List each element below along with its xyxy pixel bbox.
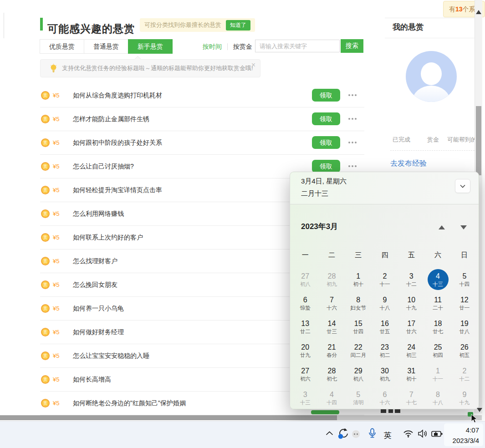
calendar-day[interactable]: 30初九 [372,362,398,386]
claim-button[interactable]: 领取 [312,136,340,149]
bounty-title[interactable]: 怎么让自己讨厌抽烟? [73,163,134,171]
calendar-day[interactable]: 25初四 [424,339,451,362]
calendar-day[interactable]: 21春分 [318,339,345,362]
bounty-title[interactable]: 如何断绝老公身边的"红颜知己"保护婚姻 [73,399,186,407]
sort-by-time-link[interactable]: 按时间 [203,39,222,54]
calendar-day[interactable]: 6惊蛰 [292,291,318,315]
taskbar-clock[interactable]: 4:07 2023/3/4 [444,423,483,446]
stat-label[interactable]: 已完成 [393,136,410,144]
calendar-day[interactable]: 23初二 [372,339,398,362]
calendar-day[interactable]: 4十四 [318,386,345,409]
calendar-day[interactable]: 11二十 [424,291,451,315]
search-button[interactable]: 搜索 [341,39,363,53]
calendar-day[interactable]: 17廿六 [398,315,424,339]
claim-button[interactable]: 领取 [312,89,340,102]
calendar-day[interactable]: 20廿九 [292,339,318,362]
horizontal-scrollbar[interactable] [0,415,482,420]
sort-by-reward-link[interactable]: 按赏金 [233,39,252,54]
calendar-day-selected[interactable]: 4十三 [424,268,451,291]
bounty-title[interactable]: 怎么找理财客户 [73,257,117,265]
calendar-day[interactable]: 7十六 [318,291,345,315]
bounty-title[interactable]: 如何联系上次约好的客户 [73,234,143,242]
more-menu-icon[interactable] [348,165,357,167]
calendar-next-month-icon[interactable] [460,225,467,229]
bounty-title[interactable]: 怎么利用网络赚钱 [73,210,124,218]
calendar-day[interactable]: 29初八 [345,362,372,386]
bounty-title[interactable]: 如何轻松提升淘宝详情页点击率 [73,186,162,194]
bounty-amount: ¥5 [53,210,59,217]
calendar-day[interactable]: 7十七 [398,386,424,409]
avatar[interactable] [406,51,457,102]
got-it-button[interactable]: 知道了 [226,20,250,31]
calendar-day[interactable]: 19廿八 [451,315,478,339]
calendar-day[interactable]: 16廿五 [372,315,398,339]
bounty-title[interactable]: 怎样才能防止金属部件生锈 [73,115,149,123]
sync-icon[interactable] [337,428,349,440]
calendar-collapse-button[interactable] [455,179,470,193]
claim-button[interactable]: 领取 [312,160,340,173]
calendar-day[interactable]: 6十六 [372,386,398,409]
volume-icon[interactable] [418,429,428,438]
calendar-day[interactable]: 1初十 [345,268,372,291]
calendar-day[interactable]: 27初八 [292,268,318,291]
bounty-title[interactable]: 如何跟初中阶段的孩子处好关系 [73,139,162,147]
calendar-day[interactable]: 9十八 [372,291,398,315]
calendar-day[interactable]: 9十九 [451,386,478,409]
search-input[interactable] [255,40,340,52]
bounty-title[interactable]: 如何长高增高 [73,376,111,384]
bounty-title[interactable]: 如何做好财务经理 [73,328,124,336]
microphone-icon[interactable] [368,428,377,438]
calendar-day[interactable]: 31初十 [398,362,424,386]
stat-label[interactable]: 可能帮到的 [447,136,475,144]
calendar-day[interactable]: 2十一 [372,268,398,291]
horizontal-scrollbar-thumb[interactable] [0,415,337,420]
calendar-day[interactable]: 15廿四 [345,315,372,339]
calendar-day[interactable]: 26初五 [451,339,478,362]
calendar-day[interactable]: 13廿二 [292,315,318,339]
close-icon[interactable]: × [251,61,255,69]
calendar-day[interactable]: 28初九 [318,268,345,291]
calendar-day[interactable]: 8妇女节 [345,291,372,315]
publish-experience-link[interactable]: 去发布经验 [390,159,427,168]
tab[interactable]: 优质悬赏 [40,39,84,54]
calendar-day[interactable]: 2十二 [451,362,478,386]
calendar-day[interactable]: 1十一 [424,362,451,386]
calendar-day[interactable]: 14廿三 [318,315,345,339]
calendar-day[interactable]: 3十二 [398,268,424,291]
calendar-day[interactable]: 24初三 [398,339,424,362]
calendar-prev-month-icon[interactable] [439,225,445,229]
calendar-day[interactable]: 18廿七 [424,315,451,339]
wifi-icon[interactable] [403,430,414,438]
show-hidden-icons-chevron-icon[interactable] [326,431,333,436]
vertical-scrollbar-thumb[interactable] [476,106,481,175]
day-number: 6 [383,390,387,399]
bounty-title[interactable]: 怎么让宝宝安安稳稳的入睡 [73,352,149,360]
stat-label[interactable]: 赏金 [427,136,439,144]
calendar-day[interactable]: 3十三 [292,386,318,409]
tab[interactable]: 普通悬赏 [84,39,128,54]
day-number: 16 [381,319,389,328]
calendar-day[interactable]: 22闰二月 [345,339,372,362]
calendar-day[interactable]: 10十九 [398,291,424,315]
weekday-label: 二 [318,250,345,260]
calendar-day[interactable]: 27初六 [292,362,318,386]
more-menu-icon[interactable] [348,142,357,143]
bounty-title[interactable]: 怎么挽回女朋友 [73,281,117,289]
day-lunar-label: 十四 [327,399,337,406]
calendar-day[interactable]: 5清明 [345,386,372,409]
calendar-day[interactable]: 28初七 [318,362,345,386]
scroll-down-arrow-icon[interactable] [477,408,482,412]
calendar-day[interactable]: 12廿一 [451,291,478,315]
more-menu-icon[interactable] [348,118,357,120]
claim-button[interactable]: 领取 [312,112,340,125]
tray-app-icon[interactable] [352,430,360,438]
more-menu-icon[interactable] [348,94,357,96]
bounty-title[interactable]: 如何养一只小乌龟 [73,305,124,313]
tab[interactable]: 新手悬赏 [128,39,173,54]
calendar-day[interactable]: 8十八 [424,386,451,409]
ime-language-indicator[interactable]: 英 [384,430,392,441]
battery-charging-icon[interactable] [431,430,444,438]
calendar-day[interactable]: 5十四 [451,268,478,291]
scroll-up-arrow-icon[interactable] [476,10,481,14]
bounty-title[interactable]: 如何从综合角度选购打印机耗材 [73,92,162,100]
